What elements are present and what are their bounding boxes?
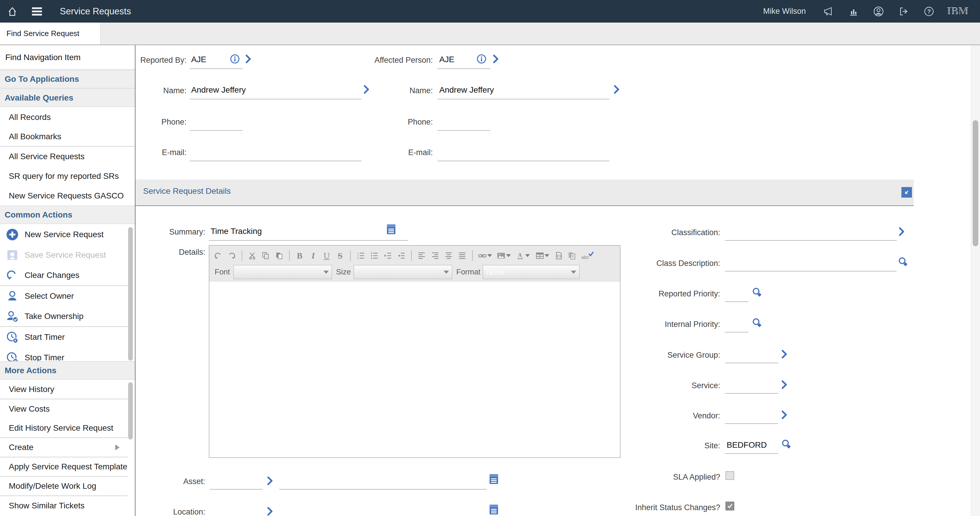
- asset-underline[interactable]: [210, 489, 263, 490]
- copy-icon[interactable]: [260, 250, 271, 261]
- classification-select-icon[interactable]: [898, 227, 905, 236]
- user-name[interactable]: Mike Wilson: [763, 7, 806, 16]
- action-start-timer[interactable]: Start Timer: [0, 327, 128, 348]
- service-group-underline[interactable]: [725, 363, 778, 363]
- affected-phone-underline[interactable]: [438, 130, 490, 131]
- internal-priority-search-icon[interactable]: [752, 318, 762, 329]
- query-item-all-bookmarks[interactable]: All Bookmarks: [0, 127, 135, 147]
- format-select[interactable]: None: [483, 265, 579, 279]
- affected-name-select-icon[interactable]: [613, 85, 620, 94]
- location-select-icon[interactable]: [266, 506, 274, 516]
- details-rich-text-editor[interactable]: B I U S 123 A: [209, 245, 620, 458]
- collapse-section-icon[interactable]: [901, 187, 912, 198]
- underline-icon[interactable]: U: [321, 250, 332, 261]
- page-scrollbar[interactable]: [971, 45, 980, 516]
- query-item-new-service-requests-gasco[interactable]: New Service Requests GASCO: [0, 186, 135, 205]
- profile-icon[interactable]: [870, 3, 887, 20]
- align-right-icon[interactable]: [430, 250, 441, 261]
- sidebar-section-common-actions[interactable]: Common Actions: [0, 205, 135, 224]
- align-center-icon[interactable]: [443, 250, 454, 261]
- classification-underline[interactable]: [725, 240, 897, 241]
- reported-email-underline[interactable]: [190, 161, 361, 161]
- find-navigation-item[interactable]: Find Navigation Item: [0, 45, 135, 70]
- reported-by-info-icon[interactable]: [230, 54, 240, 64]
- home-icon[interactable]: [4, 3, 21, 20]
- italic-icon[interactable]: I: [308, 250, 318, 261]
- asset-select-icon[interactable]: [266, 476, 274, 486]
- service-group-select-icon[interactable]: [781, 349, 788, 359]
- query-item-sr-query-my-reported[interactable]: SR query for my reported SRs: [0, 166, 135, 186]
- cut-icon[interactable]: [247, 250, 258, 261]
- service-select-icon[interactable]: [781, 380, 788, 389]
- asset-description-underline[interactable]: [279, 489, 487, 490]
- table-icon[interactable]: [534, 250, 551, 261]
- asset-long-description-icon[interactable]: [489, 474, 498, 484]
- action-view-history[interactable]: View History: [0, 380, 128, 399]
- action-select-owner[interactable]: Select Owner: [0, 286, 128, 306]
- inherit-status-checkbox[interactable]: [725, 502, 734, 510]
- action-show-similar-tickets[interactable]: Show Similar Tickets: [0, 496, 128, 515]
- action-modify-delete-work-log[interactable]: Modify/Delete Work Log: [0, 477, 128, 496]
- menu-icon[interactable]: [29, 3, 45, 20]
- paste-formatted-icon[interactable]: [567, 250, 578, 261]
- outdent-icon[interactable]: [396, 250, 406, 261]
- bullet-list-icon[interactable]: [369, 250, 379, 261]
- view-source-icon[interactable]: [554, 250, 564, 261]
- vendor-underline[interactable]: [725, 423, 778, 424]
- reported-by-select-icon[interactable]: [245, 54, 252, 64]
- strikethrough-icon[interactable]: S: [335, 250, 345, 261]
- affected-name-value[interactable]: Andrew Jeffery: [439, 84, 494, 96]
- sidebar-scrollbar-common[interactable]: [128, 227, 133, 360]
- action-edit-history-service-request[interactable]: Edit History Service Request: [0, 419, 128, 438]
- link-icon[interactable]: [477, 250, 493, 261]
- vendor-select-icon[interactable]: [781, 410, 788, 419]
- site-search-icon[interactable]: [781, 439, 792, 450]
- image-icon[interactable]: [496, 250, 512, 261]
- align-left-icon[interactable]: [417, 250, 427, 261]
- page-scrollbar-thumb[interactable]: [973, 120, 978, 246]
- action-view-costs[interactable]: View Costs: [0, 399, 128, 419]
- help-icon[interactable]: ?: [921, 3, 937, 20]
- affected-email-underline[interactable]: [438, 161, 609, 161]
- sidebar-section-available-queries[interactable]: Available Queries: [0, 89, 135, 107]
- query-item-all-service-requests[interactable]: All Service Requests: [0, 147, 135, 166]
- reported-priority-search-icon[interactable]: [752, 287, 762, 298]
- action-new-service-request[interactable]: New Service Request: [0, 224, 128, 245]
- size-select[interactable]: [354, 265, 452, 279]
- justify-icon[interactable]: [457, 250, 468, 261]
- class-description-underline[interactable]: [725, 271, 897, 271]
- sign-out-icon[interactable]: [896, 3, 912, 20]
- redo-icon[interactable]: [226, 250, 237, 261]
- summary-value[interactable]: Time Tracking: [210, 225, 262, 237]
- reports-icon[interactable]: [845, 3, 862, 20]
- affected-person-value[interactable]: AJE: [439, 54, 454, 65]
- paste-icon[interactable]: [274, 250, 285, 261]
- indent-icon[interactable]: [382, 250, 393, 261]
- location-long-description-icon[interactable]: [489, 504, 498, 515]
- spell-check-icon[interactable]: abc: [581, 250, 595, 261]
- reported-phone-underline[interactable]: [190, 130, 242, 131]
- ordered-list-icon[interactable]: 123: [355, 250, 366, 261]
- affected-person-info-icon[interactable]: [477, 54, 487, 64]
- service-request-details-section-header[interactable]: Service Request Details: [135, 179, 914, 206]
- action-take-ownership[interactable]: Take Ownership: [0, 306, 128, 327]
- reported-name-value[interactable]: Andrew Jeffery: [191, 84, 246, 96]
- affected-person-select-icon[interactable]: [492, 54, 500, 64]
- details-text-area[interactable]: [209, 281, 620, 457]
- sidebar-section-go-to-applications[interactable]: Go To Applications: [0, 70, 135, 88]
- search-input[interactable]: [0, 22, 100, 44]
- reported-by-value[interactable]: AJE: [191, 54, 206, 65]
- font-select[interactable]: [234, 265, 332, 279]
- announcements-icon[interactable]: [820, 3, 836, 20]
- sidebar-section-more-actions[interactable]: More Actions: [0, 361, 135, 379]
- service-underline[interactable]: [725, 393, 778, 394]
- action-clear-changes[interactable]: Clear Changes: [0, 265, 128, 286]
- query-item-all-records[interactable]: All Records: [0, 107, 135, 127]
- summary-long-description-icon[interactable]: [387, 224, 396, 235]
- undo-icon[interactable]: [213, 250, 223, 261]
- sla-applied-checkbox[interactable]: [725, 471, 734, 480]
- site-value[interactable]: BEDFORD: [727, 439, 767, 451]
- internal-priority-underline[interactable]: [725, 332, 748, 332]
- action-create-submenu[interactable]: Create: [0, 438, 128, 457]
- bold-icon[interactable]: B: [294, 250, 305, 261]
